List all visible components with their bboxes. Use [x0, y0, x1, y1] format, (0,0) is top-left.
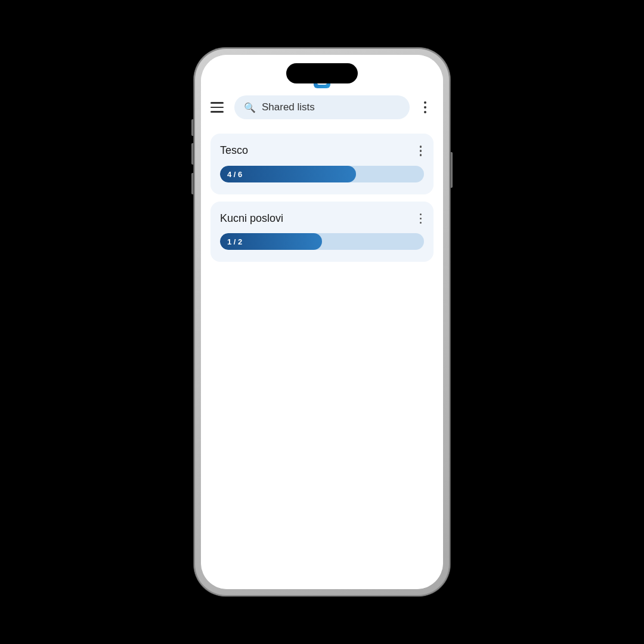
list-more-button-tesco[interactable] [417, 143, 425, 159]
progress-label-tesco: 4 / 6 [227, 169, 242, 178]
list-card-header-kucni-poslovi: Kucni poslovi [220, 211, 424, 227]
list-name-kucni-poslovi: Kucni poslovi [220, 212, 283, 225]
menu-line-2 [210, 107, 224, 109]
app-container: 🔍 Shared lists Tesco [201, 55, 443, 589]
card-more-dot-3 [420, 154, 422, 156]
list-name-tesco: Tesco [220, 144, 248, 157]
list-card-kucni-poslovi[interactable]: Kucni poslovi 1 / 2 [210, 202, 434, 262]
progress-label-kucni-poslovi: 1 / 2 [227, 237, 242, 246]
card-more-dot-1 [420, 145, 422, 148]
card-more-dot-2 [420, 218, 422, 220]
phone-wrapper: 🔍 Shared lists Tesco [194, 48, 450, 596]
header-more-button[interactable] [417, 99, 434, 116]
hamburger-menu-button[interactable] [210, 99, 227, 116]
power-button [450, 152, 453, 188]
card-more-dot-3 [420, 222, 422, 224]
list-card-header-tesco: Tesco [220, 143, 424, 159]
more-dot-3 [424, 111, 426, 113]
phone-frame: 🔍 Shared lists Tesco [194, 48, 450, 596]
list-card-tesco[interactable]: Tesco 4 / 6 [210, 134, 434, 194]
menu-line-3 [210, 111, 224, 113]
card-more-dot-1 [420, 213, 422, 216]
list-container: Tesco 4 / 6 Kucni poslovi [201, 124, 443, 269]
phone-screen: 🔍 Shared lists Tesco [201, 55, 443, 589]
card-more-dot-2 [420, 150, 422, 152]
list-more-button-kucni-poslovi[interactable] [417, 211, 425, 227]
more-dot-2 [424, 106, 426, 109]
progress-bar-tesco: 4 / 6 [220, 166, 424, 182]
dynamic-island [286, 63, 358, 83]
search-icon: 🔍 [244, 102, 256, 113]
menu-line-1 [210, 102, 224, 104]
more-dot-1 [424, 101, 426, 104]
progress-bar-kucni-poslovi: 1 / 2 [220, 233, 424, 250]
top-bar: 🔍 Shared lists [201, 91, 443, 124]
search-bar[interactable]: 🔍 Shared lists [234, 95, 410, 119]
search-text: Shared lists [262, 101, 315, 113]
